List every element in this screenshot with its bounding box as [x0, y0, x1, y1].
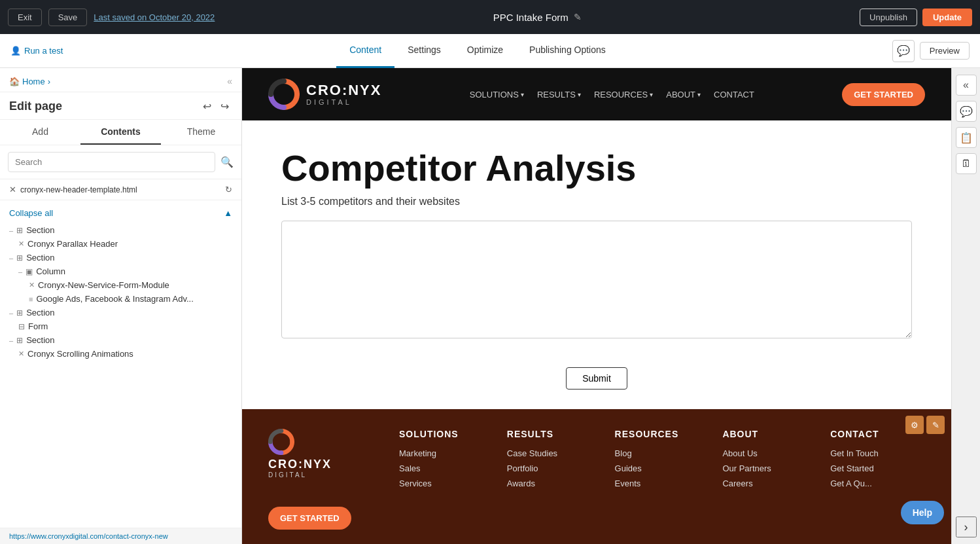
logo-sub: DIGITAL: [306, 98, 381, 106]
footer-link-case-studies[interactable]: Case Studies: [507, 448, 602, 458]
save-button[interactable]: Save: [48, 9, 88, 26]
tree-label-section1: Section: [26, 225, 54, 235]
right-calendar2-icon[interactable]: 🗓: [956, 153, 977, 174]
page-title-label: PPC Intake Form: [493, 12, 569, 23]
second-bar-right: 💬 Preview: [892, 40, 970, 62]
footer-col-results: RESULTS Case Studies Portfolio Awards: [507, 429, 602, 494]
tree-label-section4: Section: [26, 335, 54, 345]
unpublish-button[interactable]: Unpublish: [860, 9, 917, 26]
footer-link-marketing[interactable]: Marketing: [399, 448, 494, 458]
right-chevron-left-icon[interactable]: «: [956, 75, 977, 96]
footer-get-started-button[interactable]: GET STARTED: [268, 507, 351, 530]
tab-contents[interactable]: Contents: [80, 120, 161, 145]
footer-link-get-started[interactable]: Get Started: [830, 463, 925, 473]
search-input[interactable]: [8, 152, 215, 172]
footer-link-blog[interactable]: Blog: [615, 448, 710, 458]
redo-button[interactable]: ↪: [217, 99, 232, 114]
chevron-down-icon-solutions: ▾: [521, 91, 524, 98]
right-chevron-right-icon[interactable]: ›: [956, 517, 977, 537]
x-icon-2: ✕: [29, 281, 35, 289]
tree-section-2[interactable]: – ⊞ Section: [0, 251, 241, 264]
home-icon: 🏠: [9, 77, 20, 86]
tree-label-animations: Cronyx Scrolling Animations: [27, 349, 133, 359]
footer-link-careers[interactable]: Careers: [722, 479, 817, 488]
site-header: CRO:NYX DIGITAL SOLUTIONS ▾ RESULTS ▾ RE…: [242, 68, 951, 120]
nav-tabs: Content Settings Optimize Publishing Opt…: [63, 34, 892, 68]
footer-link-portfolio[interactable]: Portfolio: [507, 463, 602, 473]
file-close-icon[interactable]: ✕: [9, 185, 16, 194]
site-footer: ⚙ ✎ CRO:NYX DIGITAL: [242, 409, 951, 544]
footer-logo-text: CRO:NYX: [268, 458, 386, 471]
title-area: PPC Intake Form ✎: [221, 12, 853, 23]
run-test-link[interactable]: 👤 Run a test: [10, 46, 63, 56]
tree-column[interactable]: – ▣ Column: [0, 264, 241, 278]
collapse-sidebar-icon[interactable]: «: [227, 76, 232, 86]
tree-label-form: Form: [28, 321, 48, 331]
undo-button[interactable]: ↩: [200, 99, 215, 114]
footer-col-about-title: ABOUT: [722, 429, 817, 439]
footer-link-events[interactable]: Events: [615, 479, 710, 488]
tree-module-form[interactable]: ✕ Cronyx-New-Service-Form-Module: [0, 278, 241, 292]
page-title-area: Edit page ↩ ↪: [0, 92, 241, 120]
footer-link-services[interactable]: Services: [399, 479, 494, 488]
form-icon: ⊟: [18, 322, 25, 331]
help-bubble[interactable]: Help: [901, 501, 944, 524]
right-comment-icon[interactable]: 💬: [956, 101, 977, 122]
edit-title-icon[interactable]: ✎: [574, 12, 582, 22]
site-nav: SOLUTIONS ▾ RESULTS ▾ RESOURCES ▾ ABOUT …: [470, 90, 754, 100]
footer-link-guides[interactable]: Guides: [615, 463, 710, 473]
run-test-label: Run a test: [24, 46, 63, 56]
minus-icon-2: –: [9, 254, 13, 262]
tab-settings[interactable]: Settings: [394, 34, 454, 68]
tab-optimize[interactable]: Optimize: [454, 34, 516, 68]
tab-add[interactable]: Add: [0, 120, 80, 145]
tree-form[interactable]: ⊟ Form: [0, 319, 241, 333]
tree-section-3[interactable]: – ⊞ Section: [0, 306, 241, 319]
block-icon: ▣: [26, 267, 33, 276]
grid-icon-2: ⊞: [16, 253, 23, 263]
nav-contact[interactable]: CONTACT: [714, 90, 754, 100]
file-refresh-icon[interactable]: ↻: [225, 185, 232, 194]
page-heading: Competitor Analysis: [281, 147, 912, 189]
right-icons-panel: « 💬 📋 🗓 ›: [951, 68, 980, 544]
nav-solutions[interactable]: SOLUTIONS ▾: [470, 90, 524, 100]
footer-link-awards[interactable]: Awards: [507, 479, 602, 488]
breadcrumb-separator: ›: [48, 77, 50, 86]
tree-module-google[interactable]: ≡ Google Ads, Facebook & Instagram Adv..…: [0, 292, 241, 306]
tree-module-parallax[interactable]: ✕ Cronyx Parallax Header: [0, 237, 241, 251]
footer-col-resources-title: RESOURCES: [615, 429, 710, 439]
tab-theme[interactable]: Theme: [161, 120, 241, 145]
footer-link-get-quote[interactable]: Get A Qu...: [830, 479, 925, 488]
nav-about[interactable]: ABOUT ▾: [666, 90, 701, 100]
update-button[interactable]: Update: [922, 9, 972, 26]
footer-link-sales[interactable]: Sales: [399, 463, 494, 473]
footer-link-get-in-touch[interactable]: Get In Touch: [830, 448, 925, 458]
sidebar-footer: https://www.cronyxdigital.com/contact-cr…: [0, 528, 241, 544]
tree-module-animations[interactable]: ✕ Cronyx Scrolling Animations: [0, 347, 241, 361]
collapse-all-button[interactable]: Collapse all: [9, 208, 53, 218]
comment-icon-btn[interactable]: 💬: [892, 40, 915, 62]
preview-button[interactable]: Preview: [920, 42, 970, 60]
search-button[interactable]: 🔍: [220, 156, 234, 168]
get-started-button[interactable]: GET STARTED: [842, 83, 925, 106]
tree-section-1[interactable]: – ⊞ Section: [0, 223, 241, 237]
breadcrumb: 🏠 Home ›: [9, 77, 50, 86]
footer-link-about-us[interactable]: About Us: [722, 448, 817, 458]
tree-section-4[interactable]: – ⊞ Section: [0, 333, 241, 347]
footer-edit-icon-btn[interactable]: ✎: [926, 416, 945, 434]
breadcrumb-home[interactable]: Home: [22, 77, 45, 86]
tab-publishing[interactable]: Publishing Options: [516, 34, 619, 68]
footer-link-our-partners[interactable]: Our Partners: [722, 463, 817, 473]
exit-button[interactable]: Exit: [8, 9, 42, 26]
tree-label-google: Google Ads, Facebook & Instagram Adv...: [36, 294, 193, 304]
tree-container: Collapse all ▲ – ⊞ Section ✕ Cronyx Para…: [0, 200, 241, 528]
nav-resources[interactable]: RESOURCES ▾: [594, 90, 653, 100]
tab-content[interactable]: Content: [336, 34, 394, 68]
minus-icon-4: –: [9, 309, 13, 317]
footer-settings-icon[interactable]: ⚙: [905, 416, 924, 434]
competitors-textarea[interactable]: [281, 221, 912, 338]
submit-button[interactable]: Submit: [566, 367, 627, 390]
right-calendar-icon[interactable]: 📋: [956, 127, 977, 148]
top-bar-right: Unpublish Update: [860, 9, 972, 26]
nav-results[interactable]: RESULTS ▾: [537, 90, 581, 100]
